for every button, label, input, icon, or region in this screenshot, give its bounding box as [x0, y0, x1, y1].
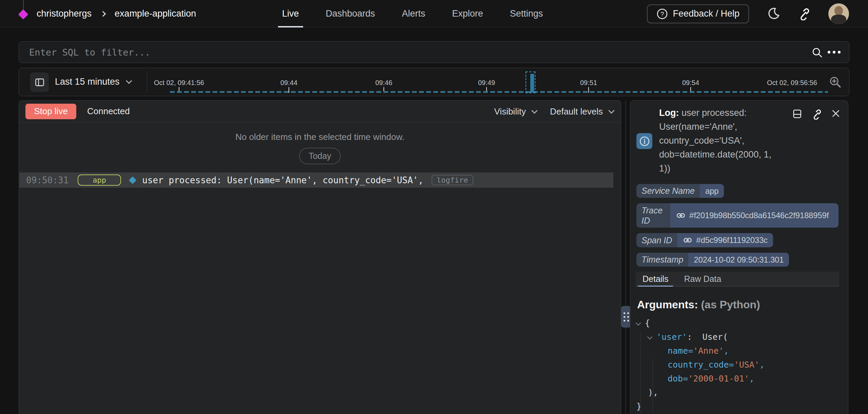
timeline-tick: Oct 02, 09:56:56	[767, 79, 817, 87]
timestamp-field[interactable]: Timestamp 2024-10-02 09:50:31.301	[636, 253, 789, 267]
search-icon[interactable]	[811, 46, 824, 59]
more-options-icon[interactable]	[827, 50, 842, 55]
chevron-down-icon	[126, 78, 132, 84]
sidebar-toggle-button[interactable]	[30, 73, 49, 92]
sql-filter-input[interactable]	[29, 42, 792, 63]
collapse-chevron-icon[interactable]	[636, 320, 641, 326]
log-level-diamond-icon	[129, 176, 137, 184]
stop-live-button[interactable]: Stop live	[25, 104, 76, 119]
log-row-time: 09:50:31	[26, 175, 68, 185]
close-icon[interactable]	[831, 109, 841, 118]
dock-panel-icon[interactable]	[792, 109, 803, 119]
tab-live[interactable]: Live	[282, 0, 299, 27]
tab-raw-data[interactable]: Raw Data	[682, 272, 723, 286]
trace-id-field[interactable]: Trace ID #f2019b98b550cd8a61546c2f918895…	[636, 203, 839, 228]
log-row[interactable]: 09:50:31 app user processed: User(name='…	[19, 172, 613, 188]
code-line: {	[636, 316, 765, 330]
timeline-tick: 09:46	[375, 79, 392, 87]
time-range-bar: Last 15 minutes Oct 02, 09:41:56 09:44 0…	[19, 68, 849, 96]
breadcrumb-separator-icon	[100, 11, 106, 17]
empty-window-notice: No older items in the selected time wind…	[19, 132, 621, 142]
zoom-in-icon	[829, 76, 842, 89]
help-circle-icon: ?	[656, 8, 668, 20]
moon-icon	[767, 7, 780, 21]
panel-left-icon	[35, 77, 45, 87]
time-range-dropdown[interactable]: Last 15 minutes	[55, 77, 130, 87]
timeline-tick: 09:54	[682, 79, 699, 87]
grip-dots-icon	[624, 312, 629, 322]
breadcrumb: christophergs example-application	[19, 0, 196, 27]
tab-alerts[interactable]: Alerts	[402, 0, 425, 27]
connection-status: Connected	[87, 106, 130, 117]
timeline-selected-bucket[interactable]	[526, 71, 535, 93]
sql-filter-bar	[19, 41, 849, 63]
link-icon	[676, 210, 686, 221]
top-nav: christophergs example-application Live D…	[0, 0, 868, 27]
timeline-tick: 09:49	[478, 79, 495, 87]
tab-explore[interactable]: Explore	[452, 0, 483, 27]
info-icon	[639, 136, 650, 147]
code-line: name='Anne',	[636, 344, 765, 358]
visibility-dropdown[interactable]: Visibility	[494, 106, 535, 117]
copy-link-button[interactable]	[798, 7, 811, 20]
code-line: ),	[636, 386, 765, 399]
theme-toggle-button[interactable]	[767, 7, 780, 21]
timeline-tick: 09:44	[280, 79, 297, 87]
timeline-tick: 09:51	[580, 79, 597, 87]
live-panel-header: Stop live Connected Visibility Default l…	[19, 101, 621, 122]
breadcrumb-project[interactable]: example-application	[115, 8, 196, 19]
chevron-down-icon	[608, 107, 614, 113]
chevron-down-icon	[531, 107, 537, 113]
tab-details[interactable]: Details	[640, 272, 670, 286]
span-id-field[interactable]: Span ID #d5c996f11192033c	[636, 233, 773, 247]
svg-text:?: ?	[660, 11, 664, 18]
breadcrumb-org[interactable]: christophergs	[37, 8, 92, 19]
collapse-chevron-icon[interactable]	[647, 334, 653, 340]
default-levels-dropdown[interactable]: Default levels	[550, 106, 613, 117]
timeline-histogram-baseline[interactable]	[170, 91, 828, 93]
arguments-code: { 'user': User( name='Anne', country_cod…	[636, 316, 765, 413]
service-name-field[interactable]: Service Name app	[636, 184, 724, 198]
link-icon	[798, 7, 811, 20]
feedback-help-label: Feedback / Help	[673, 8, 739, 19]
service-badge[interactable]: app	[78, 174, 121, 186]
feedback-help-button[interactable]: ? Feedback / Help	[647, 4, 749, 23]
tab-settings[interactable]: Settings	[510, 0, 543, 27]
tab-dashboards[interactable]: Dashboards	[326, 0, 375, 27]
user-avatar[interactable]	[828, 3, 849, 24]
log-row-message: user processed: User(name='Anne', countr…	[142, 175, 423, 185]
logfire-logo-icon[interactable]	[19, 0, 28, 27]
code-line: dob='2000-01-01',	[636, 372, 765, 386]
arguments-heading: Arguments: (as Python)	[637, 298, 760, 311]
zoom-in-button[interactable]	[829, 76, 842, 90]
link-icon[interactable]	[811, 109, 822, 120]
link-icon	[683, 235, 693, 245]
code-line: country_code='USA',	[636, 358, 765, 372]
code-line: }	[636, 399, 765, 413]
scope-tag[interactable]: logfire	[432, 175, 473, 185]
detail-tabs: Details Raw Data	[636, 272, 839, 287]
info-level-badge	[636, 133, 652, 149]
detail-title: Log: user processed: User(name='Anne', c…	[659, 106, 784, 175]
main-nav-tabs: Live Dashboards Alerts Explore Settings	[282, 0, 543, 27]
today-button[interactable]: Today	[299, 148, 341, 164]
code-line: 'user': User(	[636, 330, 765, 344]
live-log-panel: Stop live Connected Visibility Default l…	[19, 100, 621, 414]
timeline-tick: Oct 02, 09:41:56	[154, 79, 204, 87]
timeline-histogram-bar	[530, 74, 534, 92]
panel-divider	[625, 100, 626, 414]
log-detail-panel: Log: user processed: User(name='Anne', c…	[630, 100, 848, 414]
